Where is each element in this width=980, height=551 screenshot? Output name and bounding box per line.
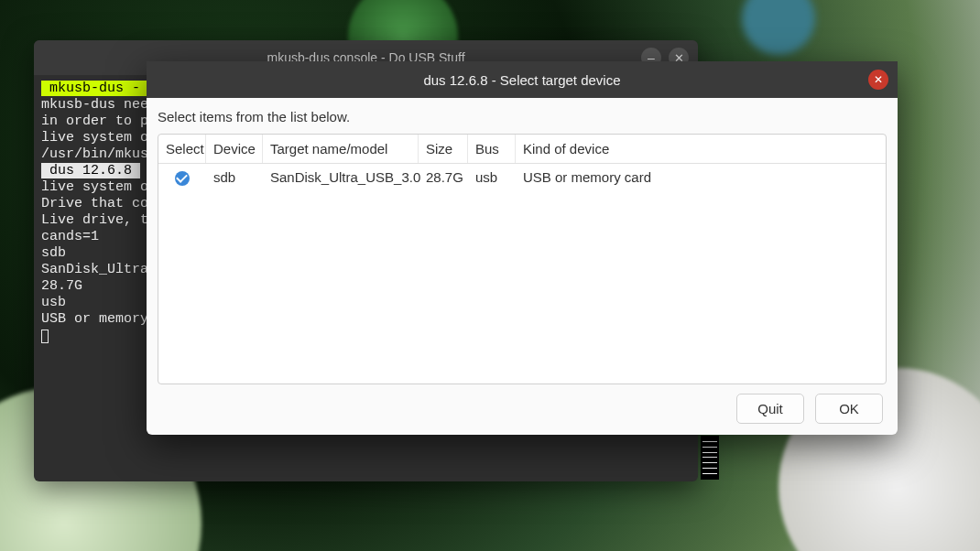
terminal-line: mkusb-dus -	[41, 81, 148, 96]
col-bus[interactable]: Bus	[468, 135, 516, 163]
checkmark-icon[interactable]	[175, 171, 190, 186]
terminal-line: in order to p	[41, 113, 148, 129]
terminal-line: live system o	[41, 179, 148, 195]
row-select[interactable]	[158, 164, 206, 191]
dialog-instruction: Select items from the list below.	[158, 109, 887, 124]
terminal-cursor	[41, 330, 49, 343]
select-target-dialog: dus 12.6.8 - Select target device ✕ Sele…	[147, 61, 898, 435]
terminal-line: /usr/bin/mkus	[41, 146, 148, 162]
terminal-line: sdb	[41, 245, 66, 261]
dialog-close-button[interactable]: ✕	[868, 70, 888, 90]
quit-button[interactable]: Quit	[736, 394, 804, 424]
terminal-line: SanDisk_Ultra	[41, 262, 148, 277]
terminal-line: cands=1	[41, 229, 99, 244]
dialog-titlebar[interactable]: dus 12.6.8 - Select target device ✕	[147, 61, 898, 98]
terminal-line: dus 12.6.8	[41, 163, 140, 178]
terminal-line: 28.7G	[41, 278, 82, 294]
dialog-body: Select items from the list below. Select…	[147, 98, 898, 435]
col-select[interactable]: Select	[158, 135, 206, 163]
dialog-title: dus 12.6.8 - Select target device	[423, 72, 620, 88]
scroll-indicator-icon	[701, 436, 719, 480]
col-target[interactable]: Target name/model	[263, 135, 419, 163]
device-list: Select Device Target name/model Size Bus…	[158, 134, 887, 384]
terminal-line: mkusb-dus nee	[41, 97, 148, 113]
terminal-line: Drive that co	[41, 196, 148, 211]
row-target: SanDisk_Ultra_USB_3.0	[263, 164, 419, 191]
row-device: sdb	[206, 164, 263, 191]
col-device[interactable]: Device	[206, 135, 263, 163]
terminal-line: Live drive, t	[41, 212, 148, 228]
dialog-button-row: Quit OK	[158, 384, 887, 427]
row-kind: USB or memory card	[516, 164, 886, 191]
row-size: 28.7G	[419, 164, 468, 191]
terminal-line: USB or memory	[41, 311, 148, 327]
close-icon: ✕	[874, 73, 883, 86]
col-size[interactable]: Size	[419, 135, 468, 163]
terminal-line: live system o	[41, 130, 148, 146]
device-row[interactable]: sdb SanDisk_Ultra_USB_3.0 28.7G usb USB …	[158, 164, 886, 191]
terminal-line: usb	[41, 295, 66, 310]
device-list-header: Select Device Target name/model Size Bus…	[158, 135, 886, 164]
ok-button[interactable]: OK	[815, 394, 883, 424]
col-kind[interactable]: Kind of device	[516, 135, 886, 163]
row-bus: usb	[468, 164, 516, 191]
wallpaper-decoration	[742, 0, 815, 55]
